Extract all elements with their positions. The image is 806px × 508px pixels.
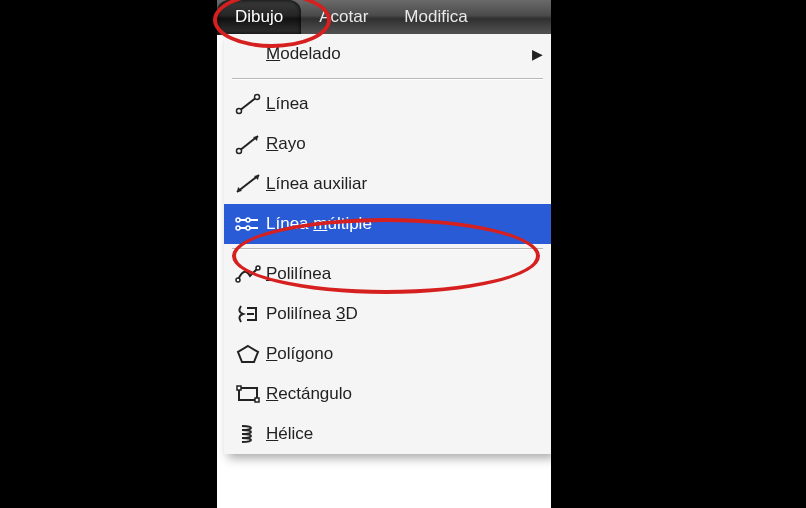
mline-icon (230, 210, 266, 238)
svg-point-13 (256, 266, 260, 270)
svg-point-2 (255, 95, 260, 100)
item-linea-multiple[interactable]: Línea múltiple (224, 204, 551, 244)
svg-point-10 (236, 226, 240, 230)
separator (232, 248, 543, 250)
item-label: Polilínea (266, 264, 543, 284)
item-label: Línea (266, 94, 543, 114)
polyline3d-icon (230, 300, 266, 328)
item-label: Rectángulo (266, 384, 543, 404)
svg-point-1 (237, 109, 242, 114)
svg-line-0 (239, 97, 257, 111)
svg-marker-15 (238, 346, 258, 362)
item-label: Rayo (266, 134, 543, 154)
svg-point-9 (246, 218, 250, 222)
menu-acotar[interactable]: Acotar (301, 0, 386, 34)
item-label: Línea múltiple (266, 214, 543, 234)
item-helice[interactable]: Hélice (224, 414, 551, 454)
xline-icon (230, 170, 266, 198)
menubar: Dibujo Acotar Modifica (217, 0, 551, 35)
spacer-icon (230, 40, 266, 68)
item-linea[interactable]: Línea (224, 84, 551, 124)
polygon-icon (230, 340, 266, 368)
item-poligono[interactable]: Polígono (224, 334, 551, 374)
item-rectangulo[interactable]: Rectángulo (224, 374, 551, 414)
rectangle-icon (230, 380, 266, 408)
menu-dibujo[interactable]: Dibujo (217, 0, 301, 34)
polyline-icon (230, 260, 266, 288)
item-label: Línea auxiliar (266, 174, 543, 194)
svg-point-8 (236, 218, 240, 222)
item-label: Polilínea 3D (266, 304, 543, 324)
separator (232, 78, 543, 80)
helix-icon (230, 420, 266, 448)
menu-modificar[interactable]: Modifica (386, 0, 485, 34)
item-label: Polígono (266, 344, 543, 364)
svg-point-12 (236, 278, 240, 282)
item-modelado[interactable]: Modelado ▶ (224, 34, 551, 74)
svg-point-4 (237, 149, 242, 154)
app-window: Dibujo Acotar Modifica Modelado ▶ Línea (217, 0, 551, 508)
item-rayo[interactable]: Rayo (224, 124, 551, 164)
item-label: Hélice (266, 424, 543, 444)
item-polilinea[interactable]: Polilínea (224, 254, 551, 294)
ray-icon (230, 130, 266, 158)
dropdown-dibujo: Modelado ▶ Línea (224, 34, 551, 454)
line-icon (230, 90, 266, 118)
svg-point-11 (246, 226, 250, 230)
item-label: Modelado (266, 44, 532, 64)
item-linea-auxiliar[interactable]: Línea auxiliar (224, 164, 551, 204)
submenu-arrow-icon: ▶ (532, 46, 543, 62)
svg-rect-18 (255, 398, 259, 402)
item-polilinea3d[interactable]: Polilínea 3D (224, 294, 551, 334)
svg-rect-17 (237, 386, 241, 390)
